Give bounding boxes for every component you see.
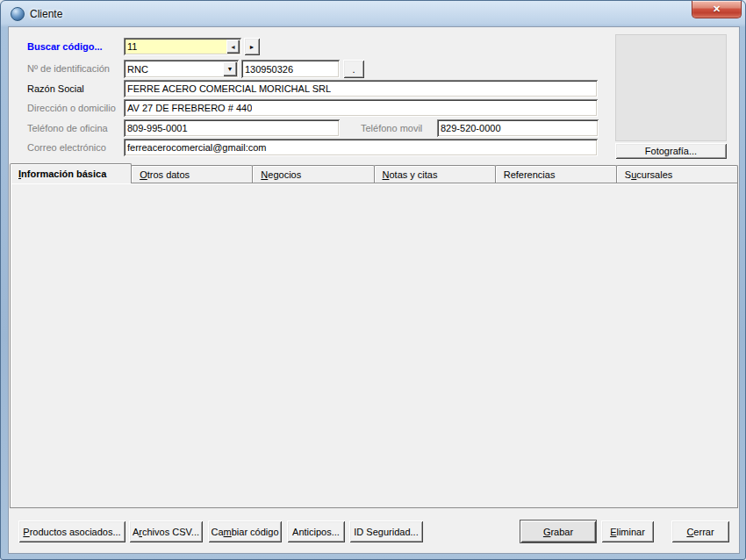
- arrow-left-icon: ◄: [230, 44, 236, 50]
- id-lookup-label: .: [352, 64, 355, 75]
- id-type-select[interactable]: RNC ▼: [124, 60, 239, 78]
- tab-sucursales[interactable]: Sucursales: [616, 165, 738, 183]
- identificacion-label: Nº de identificación: [27, 60, 110, 77]
- fotografia-label: Fotografía...: [645, 146, 697, 156]
- fotografia-button[interactable]: Fotografía...: [615, 143, 727, 159]
- telefono-movil-input[interactable]: 829-520-0000: [437, 119, 599, 137]
- productos-asociados-button[interactable]: Productos asociados...: [18, 521, 126, 542]
- tab-otros-datos[interactable]: Otros datos: [131, 165, 253, 183]
- buscar-codigo-label[interactable]: Buscar código...: [27, 38, 103, 55]
- telefono-oficina-label: Teléfono de oficina: [27, 119, 108, 137]
- dropdown-glyph: ▼: [227, 66, 233, 72]
- cerrar-button[interactable]: Cerrar: [671, 521, 729, 542]
- id-number-value: 130950326: [245, 64, 293, 75]
- telefono-oficina-value: 809-995-0001: [127, 123, 188, 133]
- correo-label: Correo electrónico: [27, 139, 106, 156]
- cambiar-codigo-button[interactable]: Cambiar código: [208, 521, 282, 542]
- correo-input[interactable]: ferreacerocomercial@gmail:com: [124, 139, 598, 156]
- photo-placeholder: [615, 34, 727, 141]
- tab-page-informacion-basica: [10, 183, 738, 508]
- grabar-button[interactable]: Grabar: [520, 521, 596, 542]
- tab-notas-y-citas[interactable]: Notas y citas: [374, 165, 496, 183]
- window-title: Cliente: [30, 8, 62, 20]
- telefono-movil-value: 829-520-0000: [441, 123, 501, 133]
- direccion-input[interactable]: AV 27 DE FREBRERO # 440: [124, 99, 598, 117]
- close-button[interactable]: ✕: [692, 1, 742, 18]
- archivos-csv-button[interactable]: Archivos CSV...: [129, 521, 203, 542]
- razon-social-label: Razón Social: [27, 80, 84, 97]
- tab-strip: Información básica Otros datos Negocios …: [10, 163, 738, 183]
- tab-informacion-basica[interactable]: Información básica: [10, 163, 132, 183]
- buscar-codigo-value: 11: [127, 41, 137, 52]
- buscar-codigo-input[interactable]: 11 ◄: [124, 38, 241, 55]
- telefono-oficina-input[interactable]: 809-995-0001: [124, 119, 340, 137]
- direccion-label: Dirección o domicilio: [27, 99, 116, 117]
- eliminar-button[interactable]: Eliminar: [601, 521, 654, 542]
- razon-social-value: FERRE ACERO COMERCIAL MORICHAL SRL: [127, 83, 331, 94]
- correo-value: ferreacerocomercial@gmail:com: [127, 142, 267, 153]
- cliente-window: Cliente ✕ Buscar código... 11 ◄ ► Nº de …: [0, 0, 746, 560]
- spinner-prev-button[interactable]: ◄: [226, 39, 240, 54]
- app-icon: [11, 7, 25, 21]
- tab-negocios[interactable]: Negocios: [252, 165, 374, 183]
- id-type-value: RNC: [127, 64, 148, 75]
- razon-social-input[interactable]: FERRE ACERO COMERCIAL MORICHAL SRL: [124, 80, 598, 97]
- tab-referencias[interactable]: Referencias: [495, 165, 617, 183]
- id-number-input[interactable]: 130950326: [241, 60, 340, 78]
- telefono-movil-label: Teléfono movil: [361, 119, 422, 137]
- anticipos-button[interactable]: Anticipos...: [287, 521, 345, 542]
- spinner-next-button[interactable]: ►: [244, 38, 260, 55]
- id-lookup-button[interactable]: .: [343, 60, 364, 78]
- id-seguridad-button[interactable]: ID Seguridad...: [349, 521, 423, 542]
- close-icon: ✕: [713, 4, 721, 15]
- direccion-value: AV 27 DE FREBRERO # 440: [127, 103, 252, 113]
- chevron-down-icon[interactable]: ▼: [223, 61, 237, 76]
- arrow-right-icon: ►: [249, 44, 255, 50]
